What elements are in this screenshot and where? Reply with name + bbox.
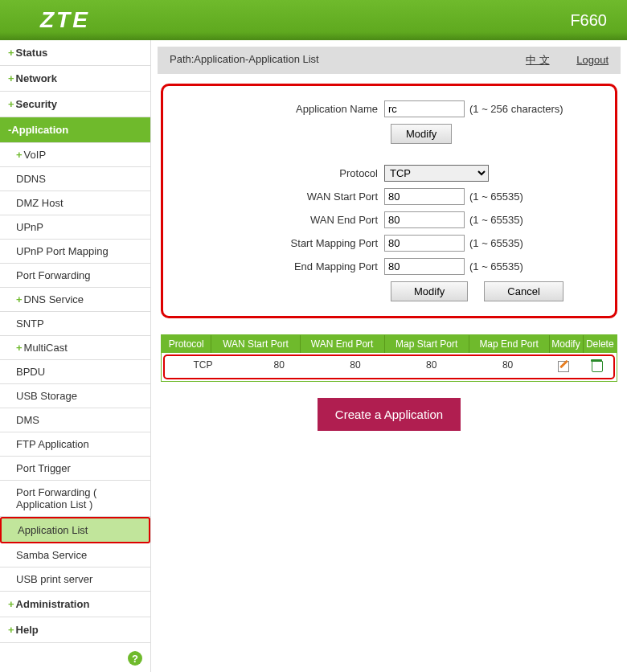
nav-upnp-port-mapping[interactable]: UPnP Port Mapping: [0, 240, 150, 264]
nav-upnp[interactable]: UPnP: [0, 215, 150, 240]
header: ZTE F660: [0, 0, 627, 40]
cell-map-start: 80: [393, 356, 469, 378]
cell-wan-start: 80: [241, 356, 318, 378]
create-application-button[interactable]: Create a Application: [318, 398, 461, 431]
language-link[interactable]: 中 文: [526, 54, 550, 66]
nav-multicast[interactable]: +MultiCast: [0, 336, 150, 360]
map-end-input[interactable]: [384, 258, 465, 275]
expand-icon: +: [8, 598, 14, 610]
app-name-input[interactable]: [384, 100, 465, 117]
nav-port-forwarding-app-list[interactable]: Port Forwarding ( Application List ): [0, 481, 150, 517]
nav-bpdu[interactable]: BPDU: [0, 360, 150, 384]
edit-icon[interactable]: [556, 359, 569, 372]
col-protocol: Protocol: [162, 335, 211, 353]
nav-application[interactable]: -Application: [0, 117, 150, 143]
col-wan-end: WAN End Port: [300, 335, 384, 353]
col-map-start: Map Start Port: [384, 335, 469, 353]
expand-icon: +: [8, 624, 14, 636]
nav-usb-storage[interactable]: USB Storage: [0, 384, 150, 408]
col-map-end: Map End Port: [469, 335, 549, 353]
map-start-input[interactable]: [384, 235, 465, 252]
cancel-button[interactable]: Cancel: [484, 281, 563, 301]
nav-sntp[interactable]: SNTP: [0, 312, 150, 336]
nav-help[interactable]: +Help: [0, 617, 150, 643]
expand-icon: +: [8, 98, 14, 110]
nav-port-trigger[interactable]: Port Trigger: [0, 457, 150, 481]
nav-security[interactable]: +Security: [0, 92, 150, 117]
expand-icon: +: [8, 72, 14, 84]
breadcrumb: Path:Application-Application List: [170, 53, 319, 68]
logo: ZTE: [40, 7, 90, 33]
nav-status[interactable]: +Status: [0, 40, 150, 66]
cell-wan-end: 80: [318, 356, 394, 378]
nav-dmz[interactable]: DMZ Host: [0, 191, 150, 215]
main-content: Path:Application-Application List 中 文 Lo…: [151, 40, 627, 672]
wan-end-label: WAN End Port: [175, 214, 384, 226]
modify-port-button[interactable]: Modify: [391, 281, 468, 301]
nav-ddns[interactable]: DDNS: [0, 167, 150, 191]
modify-name-button[interactable]: Modify: [391, 124, 452, 144]
map-end-label: End Mapping Port: [175, 260, 384, 272]
model-label: F660: [570, 11, 607, 30]
port-hint: (1 ~ 65535): [469, 214, 523, 226]
logout-link[interactable]: Logout: [576, 54, 609, 66]
col-delete: Delete: [583, 335, 617, 353]
wan-start-input[interactable]: [384, 188, 465, 205]
app-name-hint: (1 ~ 256 characters): [469, 103, 563, 115]
wan-end-input[interactable]: [384, 211, 465, 228]
nav-network[interactable]: +Network: [0, 66, 150, 92]
wan-start-label: WAN Start Port: [175, 191, 384, 203]
port-hint: (1 ~ 65535): [469, 237, 523, 249]
cell-map-end: 80: [469, 356, 546, 378]
map-start-label: Start Mapping Port: [175, 237, 384, 249]
col-wan-start: WAN Start Port: [211, 335, 300, 353]
col-modify: Modify: [549, 335, 583, 353]
help-icon[interactable]: ?: [128, 651, 142, 666]
nav-voip[interactable]: +VoIP: [0, 143, 150, 167]
sidebar: +Status +Network +Security -Application …: [0, 40, 151, 672]
expand-icon: +: [16, 293, 23, 305]
nav-port-forwarding[interactable]: Port Forwarding: [0, 264, 150, 288]
nav-samba[interactable]: Samba Service: [0, 543, 150, 568]
expand-icon: +: [8, 47, 14, 59]
breadcrumb-bar: Path:Application-Application List 中 文 Lo…: [158, 47, 621, 74]
nav-dns-service[interactable]: +DNS Service: [0, 288, 150, 312]
delete-icon[interactable]: [590, 359, 603, 372]
protocol-label: Protocol: [175, 167, 384, 179]
table-row: TCP 80 80 80 80: [163, 354, 615, 379]
port-table: Protocol WAN Start Port WAN End Port Map…: [161, 334, 617, 382]
nav-ftp-application[interactable]: FTP Application: [0, 432, 150, 457]
nav-dms[interactable]: DMS: [0, 408, 150, 432]
nav-administration[interactable]: +Administration: [0, 592, 150, 617]
port-hint: (1 ~ 65535): [469, 191, 523, 203]
nav-usb-print[interactable]: USB print server: [0, 568, 150, 592]
form-box: Application Name (1 ~ 256 characters) Mo…: [161, 84, 617, 318]
protocol-select[interactable]: TCP: [384, 165, 489, 182]
nav-application-list[interactable]: Application List: [0, 517, 150, 543]
expand-icon: +: [16, 342, 23, 354]
expand-icon: +: [16, 149, 23, 161]
app-name-label: Application Name: [175, 103, 384, 115]
port-hint: (1 ~ 65535): [469, 260, 523, 272]
cell-protocol: TCP: [165, 356, 241, 378]
